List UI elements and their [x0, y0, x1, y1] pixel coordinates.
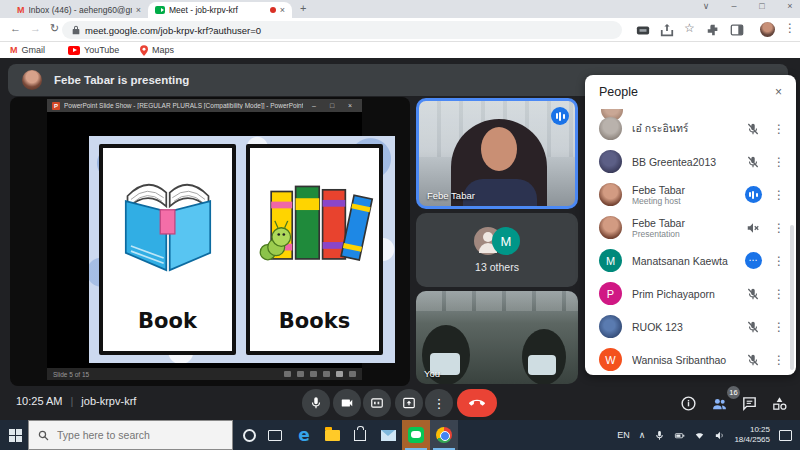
panel-close-icon[interactable]: × [775, 85, 782, 99]
action-center-icon[interactable] [779, 430, 792, 441]
tab-close-icon[interactable]: × [136, 5, 141, 15]
ppt-maximize-button[interactable]: □ [325, 102, 339, 109]
tab-meet[interactable]: Meet - job-krpv-krf × [148, 2, 292, 18]
forward-icon[interactable]: → [30, 22, 41, 34]
edge-taskbar-button[interactable]: e [290, 420, 318, 450]
window-maximize-button[interactable]: □ [752, 1, 772, 11]
tab-capture-icon[interactable] [636, 23, 650, 37]
tab-close-icon[interactable]: × [280, 5, 285, 15]
speaking-indicator-icon [742, 186, 764, 203]
tab-search-icon[interactable]: ∨ [696, 1, 716, 11]
video-tile-others[interactable]: M 13 others [416, 213, 578, 287]
mic-off-icon[interactable] [742, 155, 764, 169]
line-icon [408, 427, 424, 443]
side-panel-icon[interactable] [730, 23, 744, 37]
browser-menu-kebab-icon[interactable]: ⋮ [784, 21, 796, 35]
chat-button[interactable] [738, 392, 760, 414]
camera-button[interactable] [333, 389, 361, 417]
participant-menu-kebab-icon[interactable]: ⋮ [772, 287, 786, 301]
mail-button[interactable] [374, 420, 402, 450]
participant-menu-kebab-icon[interactable]: ⋮ [772, 122, 786, 136]
normal-view-icon [310, 371, 317, 377]
windows-taskbar: e EN ∧ 10:25 18/4/2565 [0, 420, 800, 450]
video-tile-speaker[interactable]: Febe Tabar [416, 98, 578, 209]
powerpoint-window: P PowerPoint Slide Show - [REGULAR PLURA… [47, 99, 362, 380]
tab-gmail[interactable]: M Inbox (446) - aeheng60@gmail.c × [10, 2, 148, 18]
bookmark-star-icon[interactable]: ☆ [684, 21, 695, 35]
bookmark-gmail[interactable]: M Gmail [10, 43, 45, 57]
participant-name: Prim Pichayaporn [632, 288, 742, 300]
activities-button[interactable] [768, 392, 790, 414]
window-close-button[interactable]: × [780, 1, 800, 11]
slide-label-book: Book [103, 309, 232, 333]
mic-icon [309, 396, 323, 410]
reload-icon[interactable]: ↻ [50, 22, 59, 35]
youtube-icon [68, 46, 80, 55]
address-bar[interactable]: meet.google.com/job-krpv-krf?authuser=0 [62, 21, 622, 39]
search-input[interactable] [57, 429, 217, 441]
speaker-name-label: Febe Tabar [427, 190, 475, 201]
windows-logo-icon [9, 429, 22, 442]
slide-counter: Slide 5 of 15 [53, 371, 284, 378]
volume-icon[interactable] [714, 430, 725, 441]
file-explorer-button[interactable] [318, 420, 346, 450]
present-button[interactable] [395, 389, 423, 417]
back-icon[interactable]: ← [10, 22, 21, 34]
meeting-code: job-krpv-krf [81, 395, 136, 407]
bookmark-maps[interactable]: Maps [140, 43, 174, 57]
you-label: You [424, 368, 440, 379]
start-button[interactable] [4, 420, 26, 450]
participant-avatar: P [599, 282, 622, 305]
participant-menu-kebab-icon[interactable]: ⋮ [772, 254, 786, 268]
participant-menu-kebab-icon[interactable]: ⋮ [772, 221, 786, 235]
audio-off-icon[interactable] [742, 221, 764, 235]
slideshow-view-icon [336, 371, 343, 377]
mic-button[interactable] [302, 389, 330, 417]
meeting-details-button[interactable] [677, 392, 699, 414]
language-indicator[interactable]: EN [617, 430, 630, 440]
panel-scrollbar[interactable] [790, 225, 794, 370]
meeting-time: 10:25 AM [16, 395, 62, 407]
chrome-taskbar-button[interactable] [430, 420, 458, 450]
speaking-indicator-icon [551, 107, 569, 125]
wifi-icon[interactable] [694, 430, 705, 441]
profile-avatar[interactable] [760, 22, 775, 37]
share-icon[interactable] [660, 23, 674, 37]
mic-off-icon[interactable] [742, 320, 764, 334]
more-options-button[interactable]: ⋮ [425, 389, 453, 417]
people-icon [711, 395, 728, 412]
extensions-icon[interactable] [706, 23, 720, 37]
microsoft-store-button[interactable] [346, 420, 374, 450]
ppt-view-icons[interactable] [284, 371, 356, 377]
battery-icon[interactable] [674, 430, 685, 441]
tray-chevron-up-icon[interactable]: ∧ [639, 430, 646, 440]
task-view-button[interactable] [262, 420, 288, 450]
tab-meet-title: Meet - job-krpv-krf [169, 5, 266, 15]
others-avatar-stack: M [474, 227, 520, 255]
ppt-minimize-button[interactable]: – [307, 102, 321, 109]
bookmark-youtube[interactable]: YouTube [68, 43, 119, 57]
participant-menu-kebab-icon[interactable]: ⋮ [772, 155, 786, 169]
participant-menu-kebab-icon[interactable]: ⋮ [772, 188, 786, 202]
taskbar-search[interactable] [28, 420, 233, 450]
mic-off-icon[interactable] [742, 353, 764, 367]
window-minimize-button[interactable]: – [724, 1, 744, 11]
edge-icon: e [298, 425, 310, 445]
participant-row: Febe Tabar Meeting host ⋮ [585, 178, 796, 211]
captions-button[interactable] [363, 389, 391, 417]
slide-card-book: Book [99, 144, 236, 355]
tray-mic-icon[interactable] [654, 430, 665, 441]
mic-off-icon[interactable] [742, 287, 764, 301]
cortana-button[interactable] [236, 420, 262, 450]
taskbar-clock[interactable]: 10:25 18/4/2565 [734, 425, 770, 445]
presentation-tile[interactable]: P PowerPoint Slide Show - [REGULAR PLURA… [10, 97, 410, 386]
end-call-button[interactable] [457, 389, 497, 417]
video-tile-you[interactable]: You [416, 291, 578, 384]
participant-menu-kebab-icon[interactable]: ⋮ [772, 353, 786, 367]
ppt-close-button[interactable]: × [343, 102, 357, 109]
new-tab-button[interactable]: + [300, 2, 306, 14]
line-app-button[interactable] [402, 420, 430, 450]
participant-menu-kebab-icon[interactable]: ⋮ [772, 320, 786, 334]
mic-off-icon[interactable] [742, 122, 764, 136]
gmail-favicon-icon: M [17, 5, 25, 15]
